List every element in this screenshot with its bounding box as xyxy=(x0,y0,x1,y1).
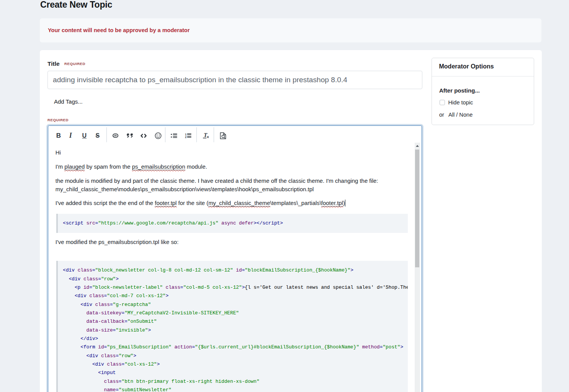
svg-text:2: 2 xyxy=(185,135,186,138)
svg-text:×: × xyxy=(207,135,209,139)
